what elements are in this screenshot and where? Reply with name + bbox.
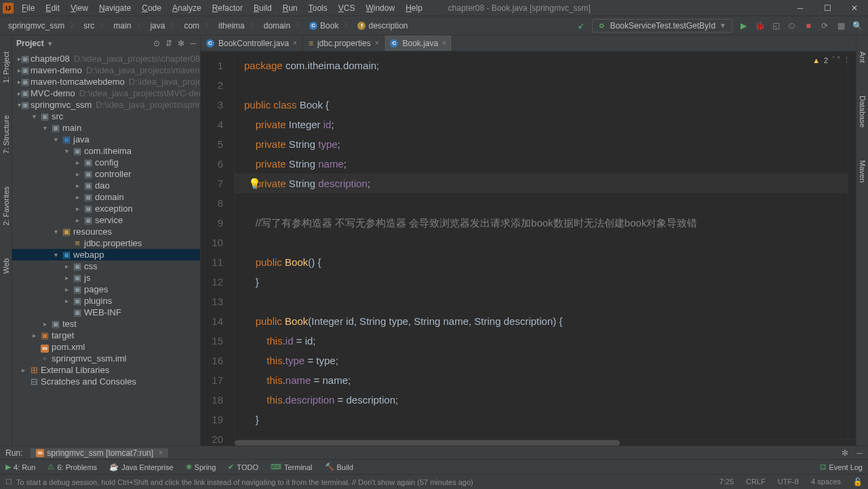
bottom-tab[interactable]: ▶4: Run — [5, 463, 35, 471]
menu-tools[interactable]: Tools — [303, 0, 333, 16]
menu-refactor[interactable]: Refactor — [207, 0, 248, 16]
bottom-tab[interactable]: ❀Spring — [186, 463, 216, 471]
select-opened-file-icon[interactable]: ⊙ — [153, 39, 160, 48]
left-tab[interactable]: 1: Project — [2, 49, 10, 85]
bottom-tab[interactable]: ⌨Terminal — [271, 463, 313, 471]
search-everywhere-button[interactable]: 🔍 — [852, 20, 863, 31]
status-field[interactable]: CRLF — [746, 477, 766, 486]
tree-row[interactable]: ▾▣resources — [12, 226, 200, 237]
tree-row[interactable]: ≡jdbc.properties — [12, 237, 200, 249]
tree-row[interactable]: ▸▣pages — [12, 283, 200, 295]
horizontal-scrollbar[interactable] — [235, 439, 856, 446]
tree-row[interactable]: ▸▣test — [12, 318, 200, 330]
editor-tab[interactable]: CBook.java× — [384, 35, 452, 51]
maximize-button[interactable]: ☐ — [814, 0, 841, 16]
bottom-tab[interactable]: ⚠6: Problems — [47, 463, 97, 471]
status-field[interactable]: 4 spaces — [811, 477, 841, 486]
run-tab[interactable]: m springmvc_ssm [tomcat7:run] × — [31, 448, 168, 458]
run-configuration-selector[interactable]: ⭘ BookServiceTest.testGetById ▼ — [592, 19, 732, 33]
left-tab[interactable]: 2: Favorites — [2, 184, 10, 228]
right-tab[interactable]: Ant — [859, 49, 867, 66]
tree-row[interactable]: ▸▣service — [12, 214, 200, 226]
breadcrumb-item[interactable]: src — [81, 21, 97, 31]
tree-row[interactable]: ▸▣controller — [12, 168, 200, 180]
tree-row[interactable]: ▸▣dao — [12, 180, 200, 191]
tree-row[interactable]: ▸▣domain — [12, 191, 200, 203]
bottom-tab[interactable]: ✔TODO — [228, 463, 258, 471]
tree-row[interactable]: mpom.xml — [12, 341, 200, 353]
breadcrumb-item[interactable]: com — [181, 21, 202, 31]
error-stripe[interactable] — [848, 52, 856, 439]
tree-row[interactable]: ▾▣springmvc_ssmD:\idea_java_projects\spr… — [12, 99, 200, 111]
bottom-tab[interactable]: ☕Java Enterprise — [109, 463, 173, 471]
menu-file[interactable]: File — [16, 0, 40, 16]
tree-row[interactable]: ⊟Scratches and Consoles — [12, 376, 200, 387]
tree-row[interactable]: ▾▣src — [12, 111, 200, 122]
project-tree[interactable]: ▸▣chapter08D:\idea_java_projects\chapter… — [12, 52, 200, 446]
coverage-button[interactable]: ◱ — [770, 20, 781, 31]
left-tab[interactable]: 7: Structure — [2, 113, 10, 157]
ide-settings-button[interactable]: ▦ — [835, 20, 846, 31]
stop-button[interactable]: ■ — [803, 20, 814, 31]
tree-row[interactable]: ▸⊞External Libraries — [12, 364, 200, 376]
breadcrumb-item[interactable]: main — [111, 21, 134, 31]
menu-window[interactable]: Window — [360, 0, 400, 16]
menu-vcs[interactable]: VCS — [333, 0, 361, 16]
inspection-widget[interactable]: ▲ 2 ˆ ˅ ⋮ — [812, 56, 850, 64]
tree-row[interactable]: ▾▣webapp — [12, 249, 200, 260]
profile-button[interactable]: ⏲ — [787, 20, 797, 31]
tree-row[interactable]: ▸▣css — [12, 260, 200, 272]
menu-run[interactable]: Run — [277, 0, 303, 16]
right-tab[interactable]: Maven — [859, 157, 867, 185]
menu-help[interactable]: Help — [400, 0, 428, 16]
left-tab[interactable]: Web — [2, 256, 10, 276]
status-field[interactable]: UTF-8 — [778, 477, 799, 486]
menu-analyze[interactable]: Analyze — [167, 0, 207, 16]
breadcrumb-item[interactable]: domain — [261, 21, 293, 31]
expand-all-icon[interactable]: ⇵ — [165, 39, 172, 48]
status-field[interactable]: 7:25 — [719, 477, 734, 486]
update-app-button[interactable]: ⟳ — [819, 20, 830, 31]
tree-row[interactable]: ▸▣config — [12, 157, 200, 168]
menu-navigate[interactable]: Navigate — [94, 0, 136, 16]
project-panel-title[interactable]: Project — [16, 39, 44, 48]
tree-row[interactable]: ▸▣maven-demoD:\idea_java_projects\maven-… — [12, 64, 200, 76]
minimize-button[interactable]: ─ — [787, 0, 814, 16]
tree-row[interactable]: ▾▣com.itheima — [12, 145, 200, 157]
tree-row[interactable]: ▫springmvc_ssm.iml — [12, 353, 200, 364]
chevron-down-icon[interactable]: ▼ — [47, 40, 54, 47]
hide-icon[interactable]: ─ — [190, 39, 196, 48]
tree-row[interactable]: ▸▣js — [12, 272, 200, 283]
tree-row[interactable]: ▸▣chapter08D:\idea_java_projects\chapter… — [12, 53, 200, 64]
run-hide-icon[interactable]: ─ — [856, 448, 863, 458]
event-log-tab[interactable]: ⊡Event Log — [820, 463, 863, 471]
tree-row[interactable]: ▣WEB-INF — [12, 307, 200, 318]
settings-icon[interactable]: ✻ — [178, 39, 184, 48]
run-settings-icon[interactable]: ✻ — [842, 448, 848, 458]
menu-build[interactable]: Build — [248, 0, 277, 16]
breadcrumb-item[interactable]: fdescription — [355, 21, 410, 31]
menu-view[interactable]: View — [65, 0, 94, 16]
tree-row[interactable]: ▸▣plugins — [12, 295, 200, 307]
tree-row[interactable]: ▸▣MVC-demoD:\idea_java_projects\MVC-demo — [12, 87, 200, 99]
breadcrumb-item[interactable]: itheima — [216, 21, 248, 31]
editor-tab[interactable]: ≡jdbc.properties× — [303, 35, 385, 51]
right-tab[interactable]: Database — [859, 93, 867, 130]
menu-edit[interactable]: Edit — [40, 0, 65, 16]
tree-row[interactable]: ▾▣main — [12, 122, 200, 134]
editor-tab[interactable]: CBookController.java× — [201, 35, 303, 51]
tree-row[interactable]: ▸▣exception — [12, 203, 200, 214]
debug-button[interactable]: 🐞 — [754, 20, 765, 31]
status-message[interactable]: To start a debug session, hold Ctrl+Shif… — [16, 478, 473, 486]
breadcrumb-item[interactable]: java — [147, 21, 167, 31]
menu-code[interactable]: Code — [136, 0, 167, 16]
breadcrumb-item[interactable]: CBook — [307, 21, 341, 31]
code-editor[interactable]: package com.itheima.domain;​​public clas… — [235, 52, 848, 439]
tree-row[interactable]: ▾▣java — [12, 134, 200, 145]
bottom-tab[interactable]: 🔨Build — [325, 463, 353, 471]
lock-icon[interactable]: 🔓 — [853, 477, 863, 486]
tree-row[interactable]: ▸▣target — [12, 330, 200, 341]
close-button[interactable]: ✕ — [841, 0, 868, 16]
run-button[interactable]: ▶ — [738, 20, 749, 31]
tree-row[interactable]: ▸▣maven-tomcatwebdemoD:\idea_java_projec… — [12, 76, 200, 87]
